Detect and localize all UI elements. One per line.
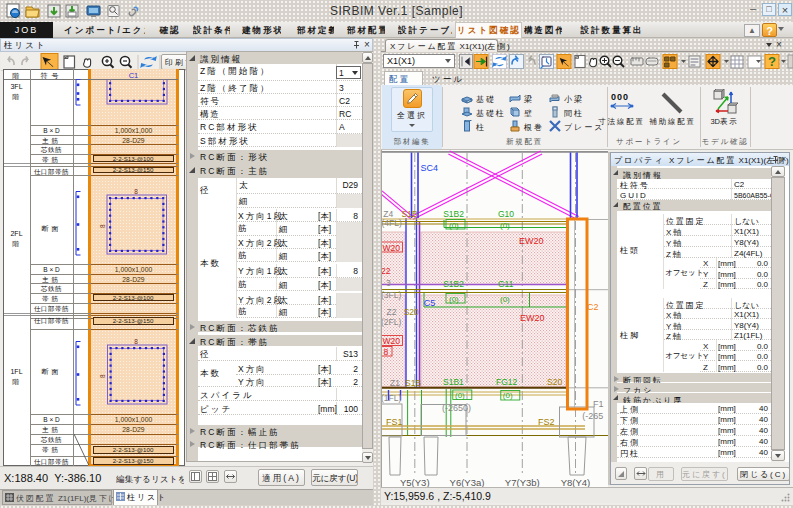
svg-text:22: 22 bbox=[381, 266, 391, 276]
svg-text:S1B: S1B bbox=[402, 209, 418, 219]
svg-text:EW20: EW20 bbox=[519, 236, 544, 246]
svg-text:S1B1: S1B1 bbox=[443, 377, 464, 387]
svg-text:S1B2: S1B2 bbox=[443, 279, 464, 289]
svg-text:(0): (0) bbox=[500, 221, 510, 230]
svg-text:(0): (0) bbox=[503, 391, 513, 400]
svg-text:FS1: FS1 bbox=[386, 417, 403, 427]
svg-text:3: 3 bbox=[386, 278, 391, 288]
svg-text:S1B: S1B bbox=[405, 378, 421, 388]
svg-text:?: ? bbox=[768, 54, 776, 69]
svg-text:Y6(Y3a): Y6(Y3a) bbox=[450, 477, 485, 487]
svg-text:W20: W20 bbox=[383, 336, 401, 346]
svg-text:FG12: FG12 bbox=[496, 377, 518, 387]
svg-text:Y8(Y4): Y8(Y4) bbox=[561, 477, 591, 487]
svg-text:F1: F1 bbox=[593, 399, 604, 409]
svg-text:(3FL): (3FL) bbox=[381, 290, 401, 300]
svg-text:Y7(Y3b): Y7(Y3b) bbox=[505, 477, 540, 487]
svg-text:(-265: (-265 bbox=[582, 411, 603, 421]
svg-text:Y5(Y3): Y5(Y3) bbox=[400, 477, 430, 487]
svg-text:S20: S20 bbox=[547, 377, 562, 387]
svg-text:Z1: Z1 bbox=[390, 378, 400, 388]
svg-text:8: 8 bbox=[384, 347, 389, 357]
svg-text:(0): (0) bbox=[455, 391, 465, 400]
svg-text:S20: S20 bbox=[404, 307, 419, 317]
svg-text:(0): (0) bbox=[500, 295, 510, 304]
svg-text:(2FL): (2FL) bbox=[381, 317, 401, 327]
svg-text:Z2: Z2 bbox=[387, 307, 397, 317]
svg-text:G10: G10 bbox=[498, 209, 514, 219]
svg-text:FS2: FS2 bbox=[538, 417, 555, 427]
svg-text:(4FL): (4FL) bbox=[382, 218, 402, 228]
svg-text:(0): (0) bbox=[449, 295, 459, 304]
svg-text:(-2650): (-2650) bbox=[442, 403, 471, 413]
svg-text:W20: W20 bbox=[383, 243, 401, 253]
svg-text:(1FL): (1FL) bbox=[381, 393, 401, 403]
svg-text:S1B2: S1B2 bbox=[443, 209, 464, 219]
svg-text:C2: C2 bbox=[587, 302, 599, 312]
svg-text:SC4: SC4 bbox=[420, 163, 438, 173]
svg-text:EW20: EW20 bbox=[520, 313, 545, 323]
svg-text:(0): (0) bbox=[449, 221, 459, 230]
svg-text:G11: G11 bbox=[498, 279, 514, 289]
svg-text:C5: C5 bbox=[424, 298, 436, 308]
